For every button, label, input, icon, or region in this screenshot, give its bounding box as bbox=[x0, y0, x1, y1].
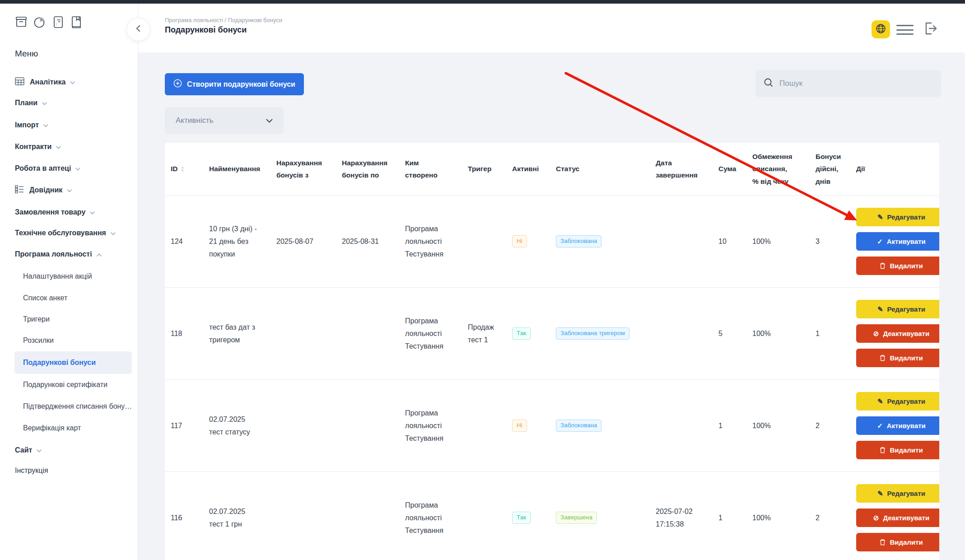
sidebar-item-instruction[interactable]: Інструкція bbox=[15, 465, 48, 476]
cell-trigger bbox=[468, 472, 512, 560]
globe-icon bbox=[876, 23, 886, 36]
sidebar-item-promo-settings[interactable]: Налаштування акцій bbox=[23, 271, 92, 282]
delete-button[interactable]: Видалити bbox=[856, 533, 939, 551]
edit-button[interactable]: ✎Редагувати bbox=[856, 392, 939, 411]
grid-icon bbox=[15, 77, 24, 87]
trash-icon bbox=[880, 447, 886, 453]
sort-icon[interactable]: ▲▼ bbox=[181, 166, 184, 172]
sidebar-item-gift-certificates[interactable]: Подарункові сертифікати bbox=[23, 379, 107, 390]
cell-status: Заблокована bbox=[556, 380, 656, 471]
cell-id: 118 bbox=[171, 288, 209, 379]
plus-circle-icon bbox=[173, 79, 182, 89]
sidebar-item-orders[interactable]: Замовлення товару bbox=[15, 207, 95, 218]
cell-trigger bbox=[468, 196, 512, 287]
cell-writeoff-limit: 100% bbox=[752, 288, 816, 379]
cell-active: Так bbox=[512, 472, 556, 560]
sidebar-item-directory[interactable]: Довідник bbox=[15, 185, 72, 196]
column-header-writeoff-limit: Обмеження списання, % від чеку bbox=[752, 143, 816, 195]
language-button[interactable] bbox=[872, 20, 890, 38]
sidebar-item-mailings[interactable]: Розсилки bbox=[23, 335, 54, 346]
sidebar-item-card-verification[interactable]: Верифікація карт bbox=[23, 423, 81, 434]
activity-filter-select[interactable]: Активність bbox=[165, 107, 284, 134]
cell-actions: ✎Редагувати ✓Активувати Видалити bbox=[856, 380, 939, 471]
activate-button[interactable]: ✓Активувати bbox=[856, 232, 939, 251]
sidebar-item-contracts[interactable]: Контракти bbox=[15, 141, 61, 152]
list-icon bbox=[15, 185, 24, 195]
cashbox-icon[interactable] bbox=[15, 15, 28, 29]
delete-button[interactable]: Видалити bbox=[856, 441, 939, 459]
cell-id: 124 bbox=[171, 196, 209, 287]
sidebar-item-maintenance[interactable]: Технічне обслуговування bbox=[15, 228, 116, 238]
sidebar-item-label: Інструкція bbox=[15, 467, 48, 475]
search-icon bbox=[764, 78, 774, 89]
sidebar-collapse-button[interactable] bbox=[126, 18, 150, 41]
chevron-down-icon bbox=[70, 81, 75, 84]
sidebar-item-pharmacy-work[interactable]: Робота в аптеці bbox=[15, 163, 80, 174]
search-input[interactable] bbox=[779, 79, 933, 89]
breadcrumb[interactable]: Програма лояльності / Подарункові бонуси bbox=[165, 17, 282, 23]
check-icon: ✓ bbox=[877, 238, 883, 246]
logout-button[interactable] bbox=[923, 21, 938, 36]
activate-button[interactable]: ✓Активувати bbox=[856, 416, 939, 435]
cell-bonus-days: 1 bbox=[816, 288, 856, 379]
sidebar-item-import[interactable]: Імпорт bbox=[15, 120, 48, 131]
gift-bonuses-table: ID ▲▼ Найменування Нарахування бонусів з… bbox=[165, 143, 939, 560]
active-badge: Так bbox=[512, 512, 531, 524]
trash-icon bbox=[880, 539, 886, 546]
cell-accrual-from bbox=[276, 288, 342, 379]
sidebar-item-plans[interactable]: Плани bbox=[15, 98, 47, 108]
create-gift-bonuses-button[interactable]: Створити подарункові бонуси bbox=[165, 73, 304, 95]
document-icon[interactable] bbox=[52, 15, 65, 29]
chevron-down-icon bbox=[67, 189, 72, 192]
create-button-label: Створити подарункові бонуси bbox=[187, 80, 295, 89]
sidebar-item-writeoff-confirm[interactable]: Підтвердження списання бону… bbox=[23, 401, 132, 412]
pencil-icon: ✎ bbox=[877, 305, 883, 313]
menu-toggle-button[interactable] bbox=[896, 25, 914, 35]
deactivate-button[interactable]: ⊘Деактивувати bbox=[856, 324, 939, 343]
book-icon[interactable] bbox=[70, 15, 83, 29]
column-header-active: Активні bbox=[512, 143, 556, 195]
page-title: Подарункові бонуси bbox=[165, 25, 247, 35]
column-header-id: ID ▲▼ bbox=[171, 143, 209, 195]
column-header-name: Найменування bbox=[209, 143, 276, 195]
deactivate-button[interactable]: ⊘Деактивувати bbox=[856, 509, 939, 527]
table-row: 118 тест баз дат з тригером Програма лоя… bbox=[165, 288, 939, 380]
check-icon: ✓ bbox=[877, 422, 883, 430]
delete-button[interactable]: Видалити bbox=[856, 257, 939, 275]
cell-bonus-days: 2 bbox=[816, 380, 856, 471]
sidebar-item-label: Контракти bbox=[15, 143, 51, 151]
cell-actions: ✎Редагувати ✓Активувати Видалити bbox=[856, 196, 939, 287]
delete-button[interactable]: Видалити bbox=[856, 349, 939, 367]
pie-chart-icon[interactable] bbox=[33, 15, 47, 29]
chevron-up-icon bbox=[97, 253, 102, 257]
column-header-trigger: Тригер bbox=[468, 143, 512, 195]
chevron-down-icon bbox=[75, 168, 80, 171]
cell-writeoff-limit: 100% bbox=[752, 196, 816, 287]
edit-button[interactable]: ✎Редагувати bbox=[856, 484, 939, 503]
cell-name: 02.07.2025 тест 1 грн bbox=[209, 472, 276, 560]
cell-sum: 1 bbox=[718, 472, 752, 560]
sidebar-item-forms-list[interactable]: Список анкет bbox=[23, 293, 67, 303]
table-header-row: ID ▲▼ Найменування Нарахування бонусів з… bbox=[165, 143, 939, 196]
edit-button[interactable]: ✎Редагувати bbox=[856, 300, 939, 318]
chevron-down-icon bbox=[37, 449, 42, 453]
active-badge: Так bbox=[512, 327, 531, 340]
cell-created-by: Програма лояльності Тестування bbox=[405, 380, 468, 471]
cell-sum: 1 bbox=[718, 380, 752, 471]
sidebar-item-site[interactable]: Сайт bbox=[15, 445, 42, 456]
menu-title: Меню bbox=[15, 49, 38, 59]
cell-trigger bbox=[468, 380, 512, 471]
sidebar-item-loyalty[interactable]: Програма лояльності bbox=[15, 249, 102, 260]
cell-sum: 5 bbox=[718, 288, 752, 379]
hamburger-icon bbox=[896, 25, 914, 26]
table-row: 117 02.07.2025 тест статусу Програма лоя… bbox=[165, 380, 939, 472]
column-header-sum: Сума bbox=[718, 143, 752, 195]
sidebar-item-gift-bonuses-active[interactable]: Подарункові бонуси bbox=[14, 351, 132, 374]
sidebar-item-triggers[interactable]: Тригери bbox=[23, 314, 50, 325]
cell-status: Заблокована тригером bbox=[556, 288, 656, 379]
logout-icon bbox=[923, 21, 938, 36]
edit-button[interactable]: ✎Редагувати bbox=[856, 208, 939, 226]
cell-end-date: 2025-07-02 17:15:38 bbox=[656, 472, 718, 560]
main-content: Створити подарункові бонуси Активність I… bbox=[138, 52, 965, 560]
sidebar-item-analytics[interactable]: Аналітика bbox=[15, 77, 75, 88]
